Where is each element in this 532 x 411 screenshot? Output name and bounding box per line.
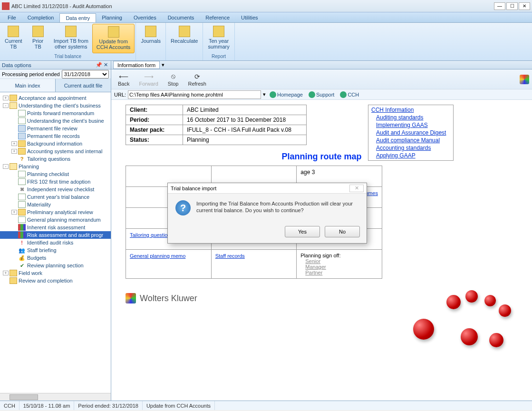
route-link[interactable]: General planning memo — [130, 253, 185, 259]
expander-icon[interactable]: - — [3, 164, 9, 169]
menu-planning[interactable]: Planning — [96, 13, 128, 22]
side-link[interactable]: Audit and Assurance Digest — [376, 129, 450, 137]
tree-item[interactable]: Points forward memorandum — [0, 109, 111, 117]
side-link[interactable]: Implementing GAAS — [376, 121, 450, 129]
ribbon-icon — [65, 26, 77, 37]
no-button[interactable]: No — [325, 226, 360, 237]
left-tab-current-audit-file[interactable]: Current audit file — [55, 79, 111, 92]
ribbon-current-tb[interactable]: CurrentTB — [1, 24, 26, 53]
ribbon-journals-[interactable]: Journals — [137, 24, 164, 59]
tree-item[interactable]: FRS 102 first time adoption — [0, 178, 111, 186]
info-tab[interactable]: Information form — [113, 61, 160, 69]
tree-label: Risk assessment and audit progr — [27, 232, 103, 238]
tree-item[interactable]: Permanent file records — [0, 132, 111, 140]
h-scrollbar[interactable] — [0, 393, 111, 401]
expander-icon[interactable]: + — [11, 149, 17, 154]
tree-item[interactable]: -Planning — [0, 163, 111, 170]
tree-item[interactable]: +Accounting systems and internal — [0, 147, 111, 155]
tree-item[interactable]: ✔Review planning section — [0, 262, 111, 269]
tree-item[interactable]: Inherent risk assessment — [0, 224, 111, 231]
tree-item[interactable]: Understanding the client's busine — [0, 117, 111, 125]
refresh-icon: ⟳ — [193, 72, 202, 81]
app-logo-icon — [520, 75, 529, 84]
folder-icon — [10, 277, 17, 284]
status-cell: 15/10/18 - 11.08 am — [19, 401, 74, 410]
period-select[interactable]: 31/12/2018 — [62, 70, 109, 78]
tree-label: Permanent file records — [27, 133, 80, 139]
tree-item[interactable]: Current year's trial balance — [0, 193, 111, 201]
ribbon-update-from-cch-accounts[interactable]: Update fromCCH Accounts — [92, 24, 135, 53]
menu-documents[interactable]: Documents — [162, 13, 200, 22]
pin-icon[interactable]: 📌 — [96, 62, 102, 68]
cch-link[interactable]: CCH — [338, 91, 361, 98]
close-button[interactable]: ✕ — [519, 2, 530, 10]
tree-item[interactable]: 👥Staff briefing — [0, 246, 111, 254]
menu-overrides[interactable]: Overrides — [128, 13, 162, 22]
money-icon: 💰 — [18, 254, 26, 261]
tab-dropdown-icon[interactable]: ▾ — [160, 62, 166, 68]
tree-item[interactable]: Planning checklist — [0, 170, 111, 178]
tree-item[interactable]: +Background information — [0, 140, 111, 147]
url-input[interactable] — [128, 90, 261, 99]
side-link[interactable]: Applying GAAP — [376, 152, 450, 159]
left-tab-main-index[interactable]: Main index — [0, 79, 55, 92]
expander-icon[interactable]: - — [3, 103, 9, 108]
left-panel: Data options 📌 ✕ Processing period ended… — [0, 61, 111, 401]
yes-button[interactable]: Yes — [285, 226, 320, 237]
signoff-link[interactable]: Partner — [305, 270, 378, 275]
ribbon-prior-tb[interactable]: PriorTB — [26, 24, 50, 53]
expander-icon[interactable]: + — [11, 210, 17, 215]
refresh-button[interactable]: ⟳Refresh — [184, 71, 210, 88]
menu-completion[interactable]: Completion — [22, 13, 60, 22]
ribbon-ten-year-summary[interactable]: Ten yearsummary — [204, 24, 233, 53]
expander-icon[interactable]: + — [3, 271, 9, 275]
people-icon: 👥 — [18, 247, 26, 254]
route-link[interactable]: Staff records — [215, 253, 245, 259]
menu-data-entry[interactable]: Data entry — [59, 13, 96, 22]
close-panel-icon[interactable]: ✕ — [102, 62, 109, 68]
back-button[interactable]: ⟵Back — [114, 71, 133, 88]
expander-icon[interactable]: + — [3, 96, 9, 100]
tree-item[interactable]: Permanent file review — [0, 125, 111, 132]
maximize-button[interactable]: ☐ — [506, 2, 518, 10]
side-link[interactable]: Accounting standards — [376, 144, 450, 152]
homepage-link[interactable]: Homepage — [268, 91, 305, 98]
side-link[interactable]: Audit compliance Manual — [376, 137, 450, 144]
menu-file[interactable]: File — [2, 13, 22, 22]
cch-info-header[interactable]: CCH Information — [371, 106, 450, 114]
route-link[interactable]: Tailoring questions — [130, 232, 173, 238]
menu-utilities[interactable]: Utilities — [235, 13, 263, 22]
stop-button[interactable]: ⦸Stop — [164, 71, 183, 88]
tree-item[interactable]: Materiality — [0, 201, 111, 208]
ribbon-icon — [108, 26, 119, 38]
menu-reference[interactable]: Reference — [200, 13, 235, 22]
side-link[interactable]: Auditing standards — [376, 114, 450, 121]
folder-icon — [18, 209, 26, 215]
ribbon-recalculate-[interactable]: Recalculate — [167, 24, 202, 59]
tree-item[interactable]: ?Tailoring questions — [0, 155, 111, 163]
tree-item[interactable]: General planning memorandum — [0, 216, 111, 224]
tree-item[interactable]: -Understanding the client's business — [0, 102, 111, 109]
ribbon-import-tb-from-other-systems[interactable]: Import TB fromother systems — [50, 24, 92, 53]
tree-item[interactable]: Review and completion — [0, 277, 111, 284]
tree-item[interactable]: 💰Budgets — [0, 254, 111, 262]
url-dropdown-icon[interactable]: ▾ — [263, 91, 266, 98]
status-cell: Update from CCH Accounts — [143, 401, 215, 410]
chart-icon — [18, 232, 26, 238]
signoff-link[interactable]: Senior — [305, 258, 378, 264]
forward-button[interactable]: ⟶Forward — [135, 71, 162, 88]
tree-item[interactable]: ✖Independent review checklist — [0, 186, 111, 193]
support-link[interactable]: Support — [307, 91, 337, 98]
tree-item[interactable]: Risk assessment and audit progr — [0, 231, 111, 239]
tree-item[interactable]: +Acceptance and appointment — [0, 94, 111, 102]
minimize-button[interactable]: — — [494, 2, 505, 10]
tree-item[interactable]: !Identified audit risks — [0, 239, 111, 246]
dialog-close-button[interactable]: ✕ — [349, 185, 364, 192]
window-title: ABC Limited 31/12/2018 - Audit Automatio… — [11, 3, 494, 9]
expander-icon[interactable]: + — [11, 141, 17, 146]
signoff-link[interactable]: Manager — [305, 264, 378, 270]
tree-item[interactable]: +Field work — [0, 269, 111, 277]
tree[interactable]: +Acceptance and appointment-Understandin… — [0, 92, 111, 393]
tree-label: Identified audit risks — [27, 240, 73, 245]
tree-item[interactable]: +Preliminary analytical review — [0, 208, 111, 216]
